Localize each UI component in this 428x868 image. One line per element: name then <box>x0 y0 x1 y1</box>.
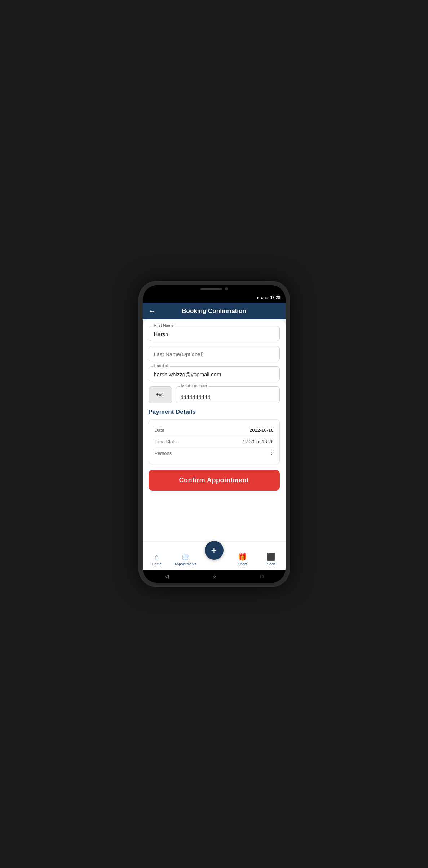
payment-card: Date 2022-10-18 Time Slots 12:30 To 13:2… <box>149 419 280 464</box>
nav-appointments-label: Appointments <box>175 562 197 566</box>
camera <box>225 287 228 290</box>
payment-row-persons: Persons 3 <box>155 448 274 459</box>
payment-row-timeslots: Time Slots 12:30 To 13:20 <box>155 436 274 448</box>
status-icons: ▾ ▲ ▭ <box>257 296 268 300</box>
status-bar: ▾ ▲ ▭ 12:29 <box>143 292 286 303</box>
date-value: 2022-10-18 <box>250 428 274 433</box>
nav-home[interactable]: ⌂ Home <box>143 553 171 566</box>
android-recents-button[interactable]: □ <box>260 573 263 579</box>
confirm-appointment-button[interactable]: Confirm Appointment <box>149 470 280 491</box>
nav-scan-label: Scan <box>267 562 275 566</box>
nav-offers[interactable]: 🎁 Offers <box>228 552 257 566</box>
nav-appointments[interactable]: ▦ Appointments <box>171 552 200 566</box>
date-label: Date <box>155 428 164 433</box>
email-label: Email id <box>153 363 170 368</box>
phone-row: +91 Mobile number <box>149 386 280 403</box>
persons-value: 3 <box>271 451 273 456</box>
android-home-button[interactable]: ○ <box>213 573 216 579</box>
app-header: ← Booking Confirmation <box>143 303 286 319</box>
phone-notch <box>143 285 286 292</box>
home-icon: ⌂ <box>155 553 159 561</box>
persons-label: Persons <box>155 451 172 456</box>
scan-icon: ⬛ <box>266 552 275 561</box>
last-name-field <box>149 346 280 361</box>
status-time: 12:29 <box>270 295 280 300</box>
appointments-icon: ▦ <box>182 552 189 561</box>
mobile-label: Mobile number <box>180 384 209 388</box>
first-name-label: First Name <box>153 323 175 327</box>
signal-icon: ▲ <box>260 296 264 300</box>
mobile-field-wrap: Mobile number <box>176 386 280 403</box>
country-code[interactable]: +91 <box>149 386 172 403</box>
content-area: First Name Email id +91 Mobile number <box>143 319 286 541</box>
last-name-input[interactable] <box>149 346 280 361</box>
email-field: Email id <box>149 366 280 381</box>
nav-home-label: Home <box>152 562 162 566</box>
timeslots-value: 12:30 To 13:20 <box>243 439 274 444</box>
offers-icon: 🎁 <box>238 552 247 561</box>
payment-row-date: Date 2022-10-18 <box>155 425 274 436</box>
android-nav-bar: ◁ ○ □ <box>143 570 286 583</box>
speaker <box>200 288 222 290</box>
battery-icon: ▭ <box>265 296 268 300</box>
fab-button[interactable]: + <box>205 541 224 560</box>
payment-section-title: Payment Details <box>149 408 280 416</box>
timeslots-label: Time Slots <box>155 439 177 444</box>
first-name-field: First Name <box>149 326 280 341</box>
wifi-icon: ▾ <box>257 296 259 300</box>
first-name-input[interactable] <box>149 326 280 341</box>
bottom-nav: ⌂ Home ▦ Appointments + 🎁 Offers ⬛ Scan <box>143 541 286 570</box>
form-card: First Name Email id +91 Mobile number <box>143 319 286 541</box>
nav-fab-container: + <box>200 545 228 566</box>
mobile-input[interactable] <box>176 386 280 403</box>
email-input[interactable] <box>149 366 280 381</box>
back-button[interactable]: ← <box>149 307 156 315</box>
nav-scan[interactable]: ⬛ Scan <box>257 552 285 566</box>
nav-offers-label: Offers <box>238 562 247 566</box>
android-back-button[interactable]: ◁ <box>165 573 169 579</box>
page-title: Booking Confirmation <box>162 308 267 315</box>
